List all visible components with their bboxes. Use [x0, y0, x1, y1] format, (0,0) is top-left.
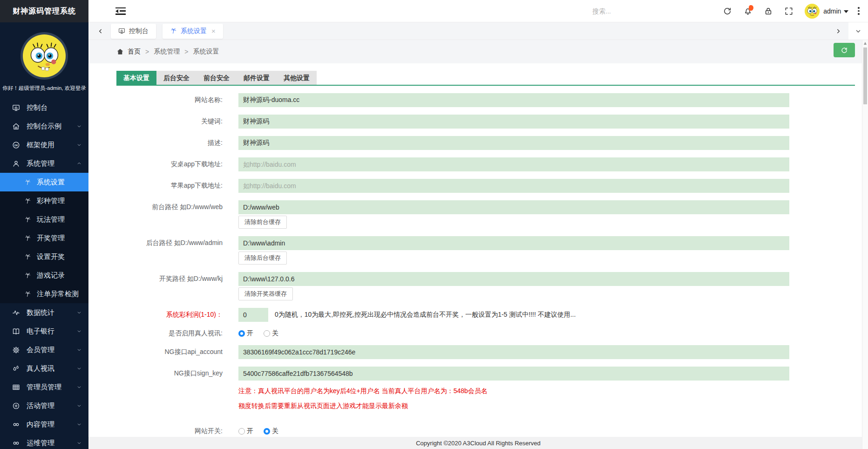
tabs-scroll-left-icon[interactable]	[97, 27, 104, 35]
sidebar-item-console-demo[interactable]: 控制台示例	[0, 117, 88, 136]
form-row-lottery-path: 开奖路径 如D:/www/kj 清除开奖器缓存	[88, 272, 868, 300]
tab-mail-settings[interactable]: 邮件设置	[237, 71, 277, 85]
sidebar-item-data-statistics[interactable]: 数据统计	[0, 303, 88, 322]
sidebar: 财神源码管理系统 你好！超级管理员-admin, 欢迎登录 控制台 控制台示例	[0, 0, 88, 449]
sidebar-item-system-management[interactable]: 系统管理	[0, 154, 88, 173]
app-window: 财神源码管理系统 你好！超级管理员-admin, 欢迎登录 控制台 控制台示例	[0, 0, 868, 449]
book-icon	[12, 327, 20, 335]
tabs-menu-button[interactable]	[848, 22, 868, 40]
site-name-input[interactable]	[238, 93, 789, 107]
lock-icon[interactable]	[764, 7, 773, 16]
fullscreen-icon[interactable]	[784, 7, 793, 16]
sidebar-item-order-anomaly-detect[interactable]: 注单异常检测	[0, 285, 88, 303]
tab-other-settings[interactable]: 其他设置	[277, 71, 317, 85]
form-row-live-video: 是否启用真人视讯: 开 关	[88, 329, 868, 338]
ios-url-input[interactable]	[238, 179, 789, 193]
site-switch-off-label[interactable]: 关	[272, 427, 278, 435]
vertical-scrollbar[interactable]	[862, 40, 868, 449]
palm-icon	[24, 235, 31, 242]
sidebar-item-label: 内容管理	[27, 420, 54, 429]
keywords-input[interactable]	[238, 115, 789, 129]
tab-basic-settings[interactable]: 基本设置	[116, 71, 156, 85]
notification-bell-icon[interactable]	[743, 7, 753, 16]
breadcrumb-home[interactable]: 首页	[128, 48, 141, 56]
refresh-icon[interactable]	[723, 7, 732, 16]
search-input[interactable]	[592, 7, 671, 15]
sidebar-item-label: 系统设置	[37, 178, 65, 187]
settings-tabs: 基本设置 后台安全 前台安全 邮件设置 其他设置	[116, 71, 855, 86]
page-refresh-button[interactable]	[834, 43, 855, 57]
live-video-on-label[interactable]: 开	[247, 329, 253, 338]
live-video-off-radio[interactable]	[264, 330, 270, 337]
ng-key-note-1: 注意：真人视讯平台的用户名为key后4位+用户名 当前真人平台用户名为：548b…	[238, 387, 868, 395]
sidebar-item-console[interactable]: 控制台	[0, 98, 88, 117]
tab-console[interactable]: 控制台	[111, 24, 156, 39]
more-menu-icon[interactable]	[858, 7, 860, 15]
front-path-input[interactable]	[238, 200, 789, 214]
site-switch-on-radio[interactable]	[238, 428, 245, 435]
sidebar-item-live-video[interactable]: 真人视讯	[0, 359, 88, 378]
sidebar-item-label: 框架使用	[27, 141, 54, 150]
form-row-ios-url: 苹果app下载地址:	[88, 179, 868, 193]
sidebar-item-play-method[interactable]: 玩法管理	[0, 210, 88, 229]
chevron-down-icon	[76, 142, 82, 148]
clear-admin-cache-button[interactable]: 清除后台缓存	[238, 252, 287, 265]
sidebar-submenu-system: 系统设置 彩种管理 玩法管理 开奖管理 设置开奖	[0, 173, 88, 303]
svg-text:OK: OK	[14, 143, 18, 146]
android-url-input[interactable]	[238, 157, 789, 171]
sidebar-item-game-records[interactable]: 游戏记录	[0, 266, 88, 285]
tab-close-icon[interactable]: ×	[211, 27, 216, 34]
sidebar-item-admin-management[interactable]: 管理员管理	[0, 378, 88, 396]
ng-key-input[interactable]	[238, 367, 789, 381]
form-row-front-path: 前台路径 如D:/www/web 清除前台缓存	[88, 200, 868, 229]
front-path-label: 前台路径 如D:/www/web	[88, 200, 223, 211]
scrollbar-thumb[interactable]	[863, 48, 867, 104]
sidebar-item-content-management[interactable]: 内容管理	[0, 415, 88, 434]
palm-icon	[24, 197, 31, 204]
user-avatar[interactable]	[805, 4, 820, 19]
sidebar-item-label: 管理员管理	[27, 383, 61, 392]
breadcrumb-system-settings[interactable]: 系统设置	[193, 48, 219, 56]
sidebar-item-draw-settings[interactable]: 设置开奖	[0, 247, 88, 266]
tabs-scroll-right-icon[interactable]	[834, 27, 842, 35]
live-video-label: 是否启用真人视讯:	[88, 329, 223, 338]
breadcrumb-system-management[interactable]: 系统管理	[154, 48, 180, 56]
user-menu-caret-icon[interactable]	[844, 10, 848, 13]
clear-lottery-cache-button[interactable]: 清除开奖器缓存	[238, 287, 293, 300]
tab-system-settings[interactable]: 系统设置 ×	[163, 24, 223, 39]
lottery-path-label: 开奖路径 如D:/www/kj	[88, 272, 223, 283]
sidebar-item-system-settings[interactable]: 系统设置	[0, 173, 88, 191]
scrollbar-up-arrow[interactable]	[864, 42, 867, 45]
breadcrumb: 首页 > 系统管理 > 系统设置	[88, 40, 868, 63]
description-input[interactable]	[238, 136, 789, 150]
clear-front-cache-button[interactable]: 清除前台缓存	[238, 216, 287, 229]
username[interactable]: admin	[823, 7, 841, 15]
profit-hint: 0为随机，10为最大,即控死,控死出现必中情况会造成前台不开奖，一般设置为1-5…	[275, 308, 576, 319]
ng-account-input[interactable]	[238, 345, 789, 359]
sidebar-toggle-button[interactable]	[115, 7, 126, 15]
tab-backend-security[interactable]: 后台安全	[156, 71, 197, 85]
admin-path-input[interactable]	[238, 236, 789, 250]
site-switch-on-label[interactable]: 开	[247, 427, 253, 435]
sidebar-item-draw-management[interactable]: 开奖管理	[0, 229, 88, 247]
sidebar-item-label: 控制台示例	[27, 122, 61, 131]
sidebar-item-member-management[interactable]: 会员管理	[0, 340, 88, 359]
lottery-path-input[interactable]	[238, 272, 789, 286]
profit-label: 系统彩利润(1-10)：	[88, 308, 223, 319]
live-video-on-radio[interactable]	[238, 330, 245, 337]
sidebar-item-lottery-type[interactable]: 彩种管理	[0, 191, 88, 210]
profit-input[interactable]	[238, 308, 268, 322]
live-video-off-label[interactable]: 关	[272, 329, 278, 338]
chevron-up-icon	[76, 161, 82, 166]
sidebar-item-label: 真人视讯	[27, 364, 54, 373]
tab-frontend-security[interactable]: 前台安全	[197, 71, 237, 85]
settings-panel: 基本设置 后台安全 前台安全 邮件设置 其他设置 网站名称: 关键词: 描述: …	[88, 63, 868, 437]
site-switch-off-radio[interactable]	[264, 428, 270, 435]
form-row-ng-account: NG接口api_account	[88, 345, 868, 359]
sidebar-item-activity-management[interactable]: 活动管理	[0, 396, 88, 415]
sidebar-item-framework[interactable]: OK 框架使用	[0, 136, 88, 154]
sidebar-item-label: 设置开奖	[37, 252, 65, 261]
user-icon	[12, 160, 20, 168]
sidebar-item-ops-management[interactable]: 运维管理	[0, 434, 88, 449]
sidebar-item-e-bank[interactable]: 电子银行	[0, 322, 88, 340]
